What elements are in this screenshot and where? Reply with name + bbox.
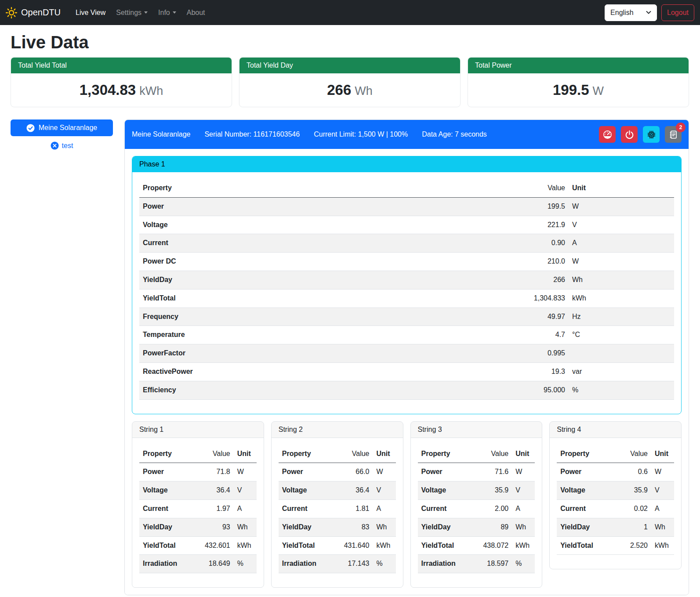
property-cell: Irradiation — [139, 555, 193, 573]
property-cell: Frequency — [139, 308, 516, 326]
table-row: YieldTotal2.520kWh — [557, 536, 674, 555]
property-cell: Voltage — [139, 481, 193, 500]
phase-1-table: PropertyValueUnit Power199.5WVoltage221.… — [139, 179, 674, 400]
sidebar-inverter-meine-solaranlage[interactable]: Meine Solaranlage — [11, 119, 113, 136]
value-cell: 93 — [193, 518, 234, 536]
string-2-title: String 2 — [272, 422, 403, 438]
value-cell: 89 — [472, 518, 512, 536]
page-title: Live Data — [11, 32, 689, 53]
property-cell: YieldDay — [557, 518, 611, 536]
value-cell: 95.000 — [516, 381, 569, 399]
nav-item-settings[interactable]: Settings — [112, 5, 151, 20]
logout-button[interactable]: Logout — [661, 4, 694, 21]
table-header-row: PropertyValueUnit — [139, 179, 674, 197]
property-cell: Irradiation — [418, 555, 472, 573]
value-cell: 35.9 — [611, 481, 651, 500]
inverter-serial: Serial Number: 116171603546 — [204, 130, 300, 138]
property-cell: YieldDay — [139, 271, 516, 289]
nav-item-live-view[interactable]: Live View — [72, 5, 109, 20]
table-row: Power DC210.0W — [139, 253, 674, 271]
value-cell: 71.8 — [193, 463, 234, 481]
content-row: Meine Solaranlage test Meine Solaranlage… — [11, 119, 689, 595]
table-row: Power71.6W — [418, 463, 535, 481]
unit-cell: kWh — [569, 289, 674, 308]
property-cell: Power DC — [139, 253, 516, 271]
value-cell: 0.90 — [516, 234, 569, 253]
string-4-title: String 4 — [550, 422, 681, 438]
property-cell: YieldTotal — [418, 536, 472, 555]
power-button[interactable] — [621, 126, 638, 143]
value-cell: 1.81 — [333, 499, 373, 518]
unit-cell: % — [373, 555, 396, 573]
sidebar-inverter-test[interactable]: test — [11, 141, 113, 150]
event-log-button[interactable]: 2 — [665, 126, 682, 143]
unit-cell: kWh — [651, 536, 674, 555]
table-header-row: PropertyValueUnit — [418, 445, 535, 463]
total-power-value: 199.5 — [553, 82, 589, 98]
unit-cell: var — [569, 362, 674, 381]
string-2-body: PropertyValueUnit Power66.0WVoltage36.4V… — [272, 438, 403, 588]
column-header-property-cell: Property — [418, 445, 472, 463]
navbar-menu: Live View Settings Info About — [70, 5, 210, 20]
nav-item-info[interactable]: Info — [155, 5, 180, 20]
property-cell: YieldTotal — [279, 536, 333, 555]
table-row: ReactivePower19.3var — [139, 362, 674, 381]
property-cell: Power — [418, 463, 472, 481]
table-head: PropertyValueUnit — [279, 445, 396, 463]
table-row: PowerFactor0.995 — [139, 344, 674, 363]
table-header-row: PropertyValueUnit — [279, 445, 396, 463]
phase-1-title: Phase 1 — [132, 156, 681, 172]
inverter-card: Meine Solaranlage Serial Number: 1161716… — [124, 119, 689, 595]
value-cell: 2.00 — [472, 499, 512, 518]
limit-settings-button[interactable] — [599, 126, 616, 143]
unit-cell: A — [651, 499, 674, 518]
value-cell: 0.02 — [611, 499, 651, 518]
unit-cell: kWh — [234, 536, 257, 555]
string-1-title: String 1 — [132, 422, 264, 438]
table-row: Power0.6W — [557, 463, 674, 481]
language-select[interactable]: English — [605, 4, 657, 21]
brand[interactable]: OpenDTU — [6, 7, 61, 18]
inverter-header: Meine Solaranlage Serial Number: 1161716… — [125, 120, 689, 149]
string-4-card: String 4 PropertyValueUnit Power0.6WVolt… — [549, 421, 682, 570]
column-header-value-cell: Value — [611, 445, 651, 463]
value-cell: 1,304.833 — [516, 289, 569, 308]
page-container: Live Data Total Yield Total 1,304.83kWh … — [0, 25, 700, 597]
value-cell: 49.97 — [516, 308, 569, 326]
event-count-badge: 2 — [676, 123, 685, 132]
unit-cell: V — [234, 481, 257, 500]
property-cell: ReactivePower — [139, 362, 516, 381]
card-value-area: 266Wh — [239, 73, 460, 107]
column-header-property-cell: Property — [557, 445, 611, 463]
table-head: PropertyValueUnit — [139, 445, 257, 463]
table-row: YieldTotal1,304.833kWh — [139, 289, 674, 308]
table-body: Power66.0WVoltage36.4VCurrent1.81AYieldD… — [279, 463, 396, 573]
caret-down-icon — [144, 11, 148, 14]
table-head: PropertyValueUnit — [139, 179, 674, 197]
table-row: Power71.8W — [139, 463, 257, 481]
table-row: Current1.81A — [279, 499, 396, 518]
property-cell: Voltage — [557, 481, 611, 500]
property-cell: Power — [139, 463, 193, 481]
card-title: Total Yield Day — [239, 58, 460, 73]
unit-cell: A — [512, 499, 535, 518]
table-row: YieldTotal438.072kWh — [418, 536, 535, 555]
value-cell: 199.5 — [516, 197, 569, 216]
navbar-right: English Logout — [605, 4, 694, 21]
device-info-button[interactable] — [643, 126, 660, 143]
sun-logo-icon — [6, 7, 17, 18]
nav-item-about[interactable]: About — [183, 5, 209, 20]
property-cell: Efficiency — [139, 381, 516, 399]
strings-row: String 1 PropertyValueUnit Power71.8WVol… — [132, 421, 682, 588]
speedometer-icon — [603, 130, 612, 139]
string-4-body: PropertyValueUnit Power0.6WVoltage35.9VC… — [550, 438, 681, 569]
unit-cell: W — [569, 197, 674, 216]
unit-cell: W — [234, 463, 257, 481]
table-row: Current0.02A — [557, 499, 674, 518]
unit-cell: W — [512, 463, 535, 481]
table-row: Voltage35.9V — [557, 481, 674, 500]
table-row: Voltage221.9V — [139, 216, 674, 234]
string-1-table: PropertyValueUnit Power71.8WVoltage36.4V… — [139, 445, 257, 574]
unit-cell: A — [569, 234, 674, 253]
unit-cell: A — [373, 499, 396, 518]
